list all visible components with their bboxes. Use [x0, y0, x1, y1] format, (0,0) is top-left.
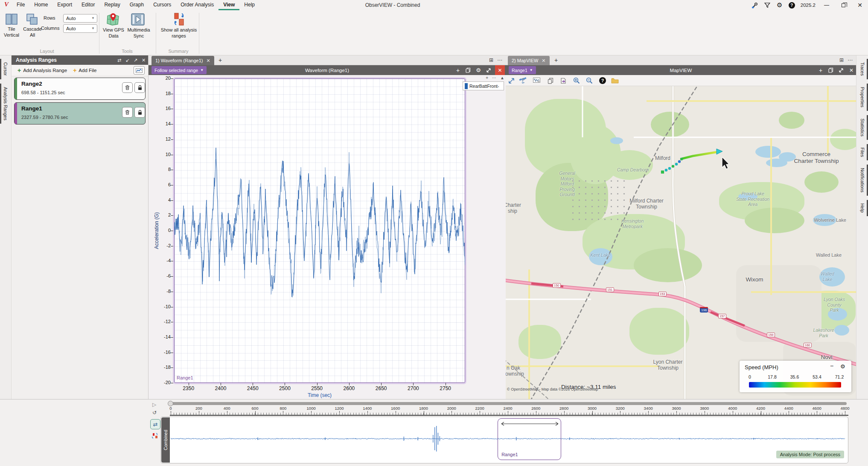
map-view[interactable]: MilfordCommerceCharter TownshipGeneralMo…	[506, 86, 856, 399]
close-waveform-panel-button[interactable]: ✕	[495, 65, 505, 75]
show-all-analysis-ranges-button[interactable]	[172, 13, 186, 26]
map-label: Kent Lake	[590, 252, 610, 258]
strip-tab-files[interactable]: Files	[860, 143, 865, 161]
menu-item-replay[interactable]: Replay	[99, 0, 125, 10]
multimedia-sync-button[interactable]	[131, 13, 145, 26]
help-icon[interactable]: ?	[789, 2, 795, 9]
strip-tab-properties[interactable]: Properties	[860, 83, 865, 112]
license-key-icon[interactable]	[751, 2, 758, 9]
strip-tab-cursor[interactable]: Cursor	[3, 58, 8, 80]
range-card-range1[interactable]: Range12327.59 - 2780.76 sec	[14, 102, 146, 124]
new-tab-button[interactable]: +	[553, 57, 559, 64]
close-map-panel-icon[interactable]: ✕	[848, 66, 855, 74]
close-panel-icon[interactable]: ✕	[140, 58, 147, 63]
legend-item[interactable]: RearBattFront-	[463, 81, 504, 90]
waveform-chart[interactable]: Acceleration (G) Time (sec) Range1 + ⋯ ▲…	[149, 75, 506, 399]
filter-icon[interactable]	[764, 2, 771, 9]
menu-item-cursors[interactable]: Cursors	[149, 0, 176, 10]
delete-range-button[interactable]	[122, 82, 133, 93]
restore-button[interactable]	[838, 1, 849, 9]
swap-panels-icon[interactable]: ⇄	[116, 58, 123, 63]
open-folder-icon[interactable]	[611, 76, 619, 85]
expand-panel-icon[interactable]	[837, 66, 845, 74]
strip-tab-notifications[interactable]: Notifications	[860, 164, 865, 197]
more-options-icon[interactable]: ⋯	[497, 57, 502, 63]
close-tab-icon[interactable]: ✕	[542, 58, 545, 64]
strip-tab-statistics[interactable]: Statistics	[860, 114, 865, 141]
ruler-label: 3000	[584, 406, 601, 411]
timeline-range-selection[interactable]: Range1	[498, 418, 561, 460]
more-options-icon[interactable]: ⋯	[848, 57, 853, 63]
reset-view-icon[interactable]: ↺	[152, 410, 157, 416]
undock-icon[interactable]: ↗	[132, 58, 139, 63]
resize-arrows-icon[interactable]	[500, 421, 560, 426]
dock-icon[interactable]: ↙	[124, 58, 131, 63]
copy-panel-icon[interactable]	[464, 66, 472, 74]
add-analysis-range-button[interactable]: +Add Analysis Range	[17, 67, 67, 73]
lock-range-button[interactable]	[134, 82, 145, 93]
ruler-label: 4800	[836, 406, 853, 411]
new-window-icon[interactable]: ⊞	[839, 57, 844, 63]
new-tab-button[interactable]: +	[217, 57, 224, 64]
menu-item-home[interactable]: Home	[29, 0, 52, 10]
range-summary-chart-button[interactable]	[134, 66, 145, 75]
zoom-out-icon[interactable]	[585, 76, 594, 85]
tab-waveform[interactable]: 1) Waveform (Range1)✕	[151, 56, 214, 65]
menu-item-file[interactable]: File	[12, 0, 29, 10]
tile-vertical-label[interactable]: Tile Vertical	[0, 26, 23, 38]
range-card-range2[interactable]: Range2698.58 - 1151.25 sec	[14, 78, 146, 100]
ranges-mini-icon[interactable]	[152, 433, 158, 439]
menu-item-editor[interactable]: Editor	[77, 0, 99, 10]
y-axis-tick-label: -4	[156, 258, 171, 263]
copy-map-icon[interactable]	[546, 76, 555, 85]
cascade-all-button[interactable]	[26, 13, 38, 26]
columns-select[interactable]: Auto▼	[63, 24, 97, 33]
map-expand-icon[interactable]	[507, 76, 516, 85]
view-gps-data-label[interactable]: View GPS Data	[101, 27, 126, 39]
follow-range-dropdown[interactable]: Follow selected range▼	[151, 66, 207, 74]
add-legend-icon[interactable]: +	[486, 75, 488, 80]
tab-indicator-bar	[0, 59, 1, 79]
lock-range-button[interactable]	[134, 107, 145, 118]
collapse-legend-icon[interactable]: ▲	[500, 75, 504, 80]
gps-satellite-icon[interactable]	[518, 76, 527, 85]
zoom-in-icon[interactable]	[572, 76, 581, 85]
delete-range-button[interactable]	[122, 107, 133, 118]
timeline-scrollbar[interactable]	[171, 402, 847, 405]
map-range-dropdown[interactable]: Range1▼	[509, 66, 536, 74]
tile-vertical-button[interactable]	[5, 13, 18, 26]
export-image-icon[interactable]	[559, 76, 568, 85]
settings-gear-icon[interactable]: ⚙	[776, 2, 783, 9]
close-button[interactable]: ✕	[854, 1, 865, 9]
add-trace-icon[interactable]: +	[454, 66, 462, 74]
multimedia-sync-label[interactable]: Multimedia Sync	[126, 27, 151, 39]
minimize-button[interactable]: —	[821, 1, 832, 9]
show-waveform-icon[interactable]	[532, 76, 541, 85]
menu-item-export[interactable]: Export	[52, 0, 77, 10]
copy-panel-icon[interactable]	[827, 66, 835, 74]
new-window-icon[interactable]: ⊞	[489, 57, 493, 63]
add-file-button[interactable]: +Add File	[73, 67, 96, 73]
close-tab-icon[interactable]: ✕	[206, 58, 210, 64]
expand-panel-icon[interactable]	[485, 66, 492, 74]
y-axis-tick-mark	[171, 231, 173, 231]
map-help-icon[interactable]: ?	[598, 76, 607, 85]
tab-mapview[interactable]: 2) MapVIEW✕	[508, 56, 550, 65]
loop-playback-button[interactable]: ⇄	[150, 419, 160, 429]
menu-item-order-analysis[interactable]: Order Analysis	[176, 0, 218, 10]
strip-tab-analysis-ranges[interactable]: Analysis Ranges	[3, 83, 8, 124]
panel-settings-gear-icon[interactable]: ⚙	[475, 66, 482, 74]
menu-item-help[interactable]: Help	[239, 0, 259, 10]
collapse-legend-icon[interactable]: −	[830, 362, 833, 369]
view-gps-data-button[interactable]	[106, 12, 120, 26]
play-icon[interactable]: ▷	[152, 402, 156, 408]
strip-tab-traces[interactable]: Traces	[860, 58, 865, 80]
legend-more-icon[interactable]: ⋯	[492, 75, 496, 80]
menu-item-view[interactable]: View	[218, 0, 239, 10]
strip-tab-help[interactable]: Help	[860, 199, 865, 217]
menu-item-graph[interactable]: Graph	[125, 0, 149, 10]
legend-settings-gear-icon[interactable]: ⚙	[840, 363, 845, 370]
show-all-analysis-ranges-label[interactable]: Show all analysis ranges	[159, 27, 199, 39]
rows-select[interactable]: Auto▼	[63, 14, 97, 23]
add-icon[interactable]: +	[817, 66, 824, 74]
